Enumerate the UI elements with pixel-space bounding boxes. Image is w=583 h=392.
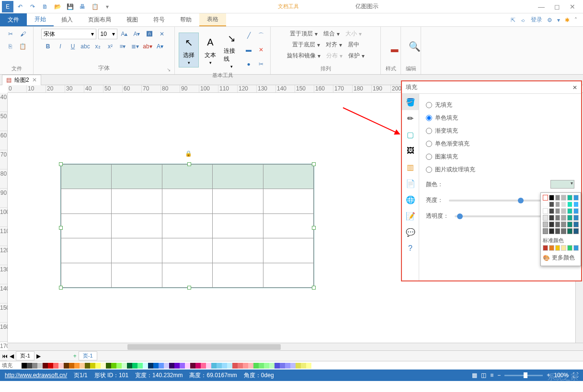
bullets-icon[interactable]: ≣▾: [130, 41, 140, 52]
distribute-btn[interactable]: 分布▾: [324, 51, 344, 61]
more-colors[interactable]: 🎨更多颜色: [543, 252, 579, 264]
radio-nofill[interactable]: [426, 102, 432, 108]
send-back[interactable]: 置于底层▾: [290, 40, 322, 50]
bring-front[interactable]: 置于顶层▾: [288, 29, 320, 39]
comment-tab-icon[interactable]: 💬: [402, 224, 419, 240]
prev-page-icon[interactable]: ◀: [10, 353, 14, 359]
app-menu-icon[interactable]: E: [2, 1, 13, 12]
share-icon[interactable]: ⇱: [511, 17, 515, 23]
tab-help[interactable]: 帮助: [172, 13, 199, 26]
underline-button[interactable]: U: [68, 41, 78, 52]
tab-start[interactable]: 开始: [27, 13, 54, 26]
line-icon[interactable]: ╱: [243, 30, 254, 41]
print-icon[interactable]: 🖶: [77, 1, 88, 12]
arc-icon[interactable]: ⌒: [256, 30, 266, 41]
image-tab-icon[interactable]: 🖼: [402, 143, 419, 159]
tab-file[interactable]: 文件: [0, 13, 27, 26]
ellipse-icon[interactable]: ●: [243, 59, 254, 69]
page-tab-icon[interactable]: 📄: [402, 175, 419, 191]
qat-more-icon[interactable]: ▾: [102, 1, 113, 12]
tab-insert[interactable]: 插入: [54, 13, 80, 26]
radio-texture[interactable]: [426, 167, 432, 173]
font-size-combo[interactable]: 10▾: [98, 29, 117, 39]
linespacing-icon[interactable]: ≡▾: [117, 41, 128, 52]
zoom-out-icon[interactable]: −: [497, 372, 501, 379]
zoom-in-icon[interactable]: +: [547, 372, 550, 379]
grow-font-icon[interactable]: A▴: [119, 29, 130, 39]
fit-icon[interactable]: ⛶: [572, 372, 578, 379]
bold-button[interactable]: B: [43, 41, 53, 52]
align-btn[interactable]: 对齐▾: [324, 40, 344, 50]
close-icon[interactable]: ✕: [570, 3, 575, 11]
zoom-slider[interactable]: [504, 375, 543, 376]
font-color-icon[interactable]: A▾: [155, 41, 165, 52]
superscript-button[interactable]: x²: [105, 41, 115, 52]
shrink-font-icon[interactable]: A▾: [132, 29, 142, 39]
star-icon[interactable]: ✕: [256, 45, 266, 55]
table-shape[interactable]: [60, 164, 314, 288]
group-btn[interactable]: 组合▾: [321, 29, 342, 39]
text-tool[interactable]: A文本▾: [201, 33, 220, 67]
add-page-icon[interactable]: +: [73, 353, 77, 359]
tab-view[interactable]: 视图: [119, 13, 146, 26]
format-painter-icon[interactable]: 🖌: [18, 29, 28, 39]
shape-tab-icon[interactable]: ▢: [402, 126, 419, 143]
view1-icon[interactable]: ▦: [472, 372, 477, 379]
share2-icon[interactable]: ⪦: [520, 17, 526, 23]
radio-gradient[interactable]: [426, 128, 432, 134]
page-tab-2[interactable]: 页-1: [79, 351, 97, 360]
clear-format-icon[interactable]: ✕: [157, 29, 167, 39]
color-palette[interactable]: [16, 363, 311, 369]
tab-layout[interactable]: 页面布局: [80, 13, 119, 26]
crop-icon[interactable]: ✂: [256, 59, 266, 69]
zoom-value[interactable]: 100%: [554, 372, 569, 379]
protect-btn[interactable]: 保护▾: [346, 51, 366, 61]
minimize-icon[interactable]: —: [538, 3, 545, 11]
cut-icon[interactable]: ✂: [5, 29, 16, 39]
rotate-btn[interactable]: 旋转和镜像▾: [285, 51, 322, 61]
link-tab-icon[interactable]: 🌐: [402, 191, 419, 208]
font-name-combo[interactable]: 宋体▾: [41, 29, 96, 39]
italic-button[interactable]: I: [55, 41, 66, 52]
redo-icon[interactable]: ↷: [27, 1, 38, 12]
view2-icon[interactable]: ◫: [481, 372, 486, 379]
color-dropdown[interactable]: [550, 180, 574, 189]
tab-table[interactable]: 表格: [199, 13, 226, 26]
radio-mono-gradient[interactable]: [426, 141, 432, 147]
font-launcher-icon[interactable]: ↘: [167, 67, 171, 72]
help-tab-icon[interactable]: ?: [402, 240, 419, 257]
page-tab[interactable]: 页-1: [16, 351, 34, 360]
help-dropdown-icon[interactable]: ▾: [557, 17, 560, 23]
save-icon[interactable]: 💾: [64, 1, 76, 12]
open-icon[interactable]: 📂: [52, 1, 63, 12]
copy-icon[interactable]: ⎘: [5, 41, 16, 52]
logo-icon[interactable]: ✱: [565, 17, 570, 23]
select-tool[interactable]: ↖选择▾: [179, 33, 199, 67]
radio-pattern[interactable]: [426, 154, 432, 160]
maximize-icon[interactable]: ◻: [554, 3, 560, 11]
layer-tab-icon[interactable]: ▥: [402, 159, 419, 175]
fill-tab-icon[interactable]: 🪣: [402, 94, 419, 110]
center-btn[interactable]: 居中: [346, 40, 361, 50]
document-tab[interactable]: ▤ 绘图2 ✕: [2, 75, 41, 85]
paste-icon[interactable]: 📋: [18, 41, 28, 52]
line-tab-icon[interactable]: ✏: [402, 110, 419, 126]
panel-close-icon[interactable]: ✕: [572, 84, 577, 91]
export-icon[interactable]: 📋: [89, 1, 101, 12]
rect-icon[interactable]: ▬: [243, 45, 254, 55]
status-url[interactable]: http://www.edrawsoft.cn/: [5, 372, 67, 379]
highlight-icon[interactable]: ab▾: [142, 41, 153, 52]
strike-button[interactable]: abc: [80, 41, 91, 52]
find-button[interactable]: 🔍: [405, 37, 424, 56]
subscript-button[interactable]: x₂: [92, 41, 103, 52]
collapse-ribbon-icon[interactable]: ˄: [574, 17, 577, 23]
undo-icon[interactable]: ↶: [14, 1, 26, 12]
close-tab-icon[interactable]: ✕: [32, 77, 37, 83]
connector-tool[interactable]: ↘连接线▾: [222, 29, 241, 71]
settings-icon[interactable]: ⚙: [547, 17, 552, 23]
scrollbar-horizontal[interactable]: [8, 343, 583, 350]
tab-symbol[interactable]: 符号: [146, 13, 172, 26]
view3-icon[interactable]: ≡: [490, 372, 493, 379]
login-link[interactable]: 登录: [531, 16, 542, 24]
size-btn[interactable]: 大小▾: [343, 29, 364, 39]
